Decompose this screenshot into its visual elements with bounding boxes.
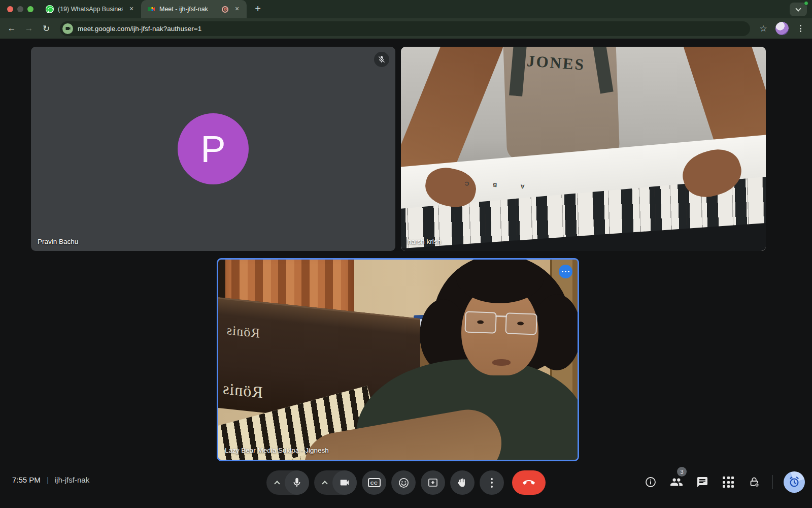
call-end-icon xyxy=(523,477,535,489)
chevron-up-icon xyxy=(322,481,327,486)
back-button[interactable]: ← xyxy=(4,21,19,36)
sync-status-dot xyxy=(804,1,808,6)
present-icon xyxy=(427,477,438,488)
apps-grid-icon xyxy=(723,477,734,488)
chat-icon xyxy=(696,476,708,488)
browser-tab-strip: (19) WhatsApp Business × Meet - ijh-jfsf… xyxy=(0,0,812,18)
window-controls xyxy=(0,6,40,12)
raise-hand-button[interactable] xyxy=(450,470,475,495)
smiley-icon xyxy=(398,477,410,489)
more-options-button[interactable] xyxy=(480,470,504,495)
tab-meet-active[interactable]: Meet - ijh-jfsf-nak × xyxy=(141,0,247,18)
meeting-info: 7:55 PM | ijh-jfsf-nak xyxy=(12,475,89,484)
hand-icon xyxy=(457,477,468,488)
browser-menu-button[interactable] xyxy=(794,25,807,32)
reload-button[interactable]: ↻ xyxy=(39,21,54,36)
mic-control-group xyxy=(266,470,309,495)
camera-in-use-icon[interactable] xyxy=(62,23,73,34)
participant-name: harsh krish xyxy=(408,238,441,245)
avatar-initial: P xyxy=(200,128,225,171)
present-screen-button[interactable] xyxy=(421,470,445,495)
show-everyone-button[interactable]: 3 xyxy=(669,474,684,490)
close-tab-icon[interactable]: × xyxy=(127,5,136,14)
tab-media-recording-indicator xyxy=(222,6,228,13)
close-tab-icon[interactable]: × xyxy=(232,5,242,14)
video-tile-pravin[interactable]: P Pravin Bachu xyxy=(31,47,395,251)
camera-options-chevron[interactable] xyxy=(317,470,332,495)
tab-whatsapp[interactable]: (19) WhatsApp Business × xyxy=(40,0,141,18)
participant-name: Lazy Bear Media Suklpa - Jignesh xyxy=(225,447,329,454)
mic-options-chevron[interactable] xyxy=(269,470,285,495)
camera-button[interactable] xyxy=(332,470,357,495)
reactions-button[interactable] xyxy=(391,470,416,495)
host-controls-button[interactable] xyxy=(747,474,762,490)
chat-button[interactable] xyxy=(695,474,710,490)
meeting-details-button[interactable] xyxy=(643,474,658,490)
people-icon xyxy=(670,475,683,489)
tab-title: Meet - ijh-jfsf-nak xyxy=(159,6,218,13)
info-icon xyxy=(645,476,657,488)
whatsapp-icon xyxy=(46,5,54,13)
google-meet-icon xyxy=(147,5,155,13)
address-bar[interactable]: meet.google.com/ijh-jfsf-nak?authuser=1 xyxy=(60,21,750,36)
tab-title: (19) WhatsApp Business xyxy=(58,6,123,13)
mic-button[interactable] xyxy=(285,470,309,495)
meet-stage: P Pravin Bachu JONES A B C harsh krish R… xyxy=(0,39,812,508)
browser-profile-avatar[interactable] xyxy=(775,22,789,35)
participant-count-badge: 3 xyxy=(677,467,687,477)
participant-name: Pravin Bachu xyxy=(38,238,78,245)
piano-brand-mirrored: Rönis xyxy=(226,323,260,341)
video-tile-jignesh[interactable]: Rönis Rönis Lazy Bear Media Suklpa - Jig… xyxy=(217,258,579,461)
piano-brand-mirrored: Rönis xyxy=(222,379,263,402)
call-controls: CC xyxy=(266,470,546,495)
mic-muted-icon xyxy=(374,52,389,67)
divider xyxy=(772,475,773,489)
end-call-button[interactable] xyxy=(512,470,546,495)
chevron-down-icon xyxy=(795,6,801,11)
mic-icon xyxy=(291,477,302,488)
divider: | xyxy=(47,475,49,484)
meet-control-bar: 7:55 PM | ijh-jfsf-nak xyxy=(0,459,812,508)
fullscreen-window-button[interactable] xyxy=(27,6,33,12)
browser-toolbar: ← → ↻ meet.google.com/ijh-jfsf-nak?authu… xyxy=(0,18,812,39)
bookmark-star-icon[interactable]: ☆ xyxy=(756,23,770,34)
tab-search-button[interactable] xyxy=(790,3,807,16)
camera-control-group xyxy=(314,470,357,495)
participant-avatar: P xyxy=(178,113,249,184)
glasses xyxy=(464,311,537,338)
forward-button[interactable]: → xyxy=(21,21,37,36)
cc-icon: CC xyxy=(368,478,381,487)
chevron-up-icon xyxy=(274,481,280,486)
clock-time: 7:55 PM xyxy=(12,475,41,484)
captions-button[interactable]: CC xyxy=(362,470,386,495)
panel-controls: 3 xyxy=(643,471,805,493)
camera-icon xyxy=(339,477,350,488)
url-text: meet.google.com/ijh-jfsf-nak?authuser=1 xyxy=(78,25,201,33)
close-window-button[interactable] xyxy=(7,6,13,12)
kebab-icon xyxy=(491,478,493,488)
new-tab-button[interactable]: + xyxy=(251,2,265,16)
lock-person-icon xyxy=(748,476,760,488)
video-tile-harsh[interactable]: JONES A B C harsh krish xyxy=(401,47,766,251)
meeting-code: ijh-jfsf-nak xyxy=(55,475,89,484)
activities-button[interactable] xyxy=(721,474,736,490)
tile-more-options-button[interactable] xyxy=(559,265,572,278)
timer-extension-button[interactable] xyxy=(784,471,805,493)
alarm-clock-icon xyxy=(788,475,801,489)
minimize-window-button[interactable] xyxy=(17,6,23,12)
